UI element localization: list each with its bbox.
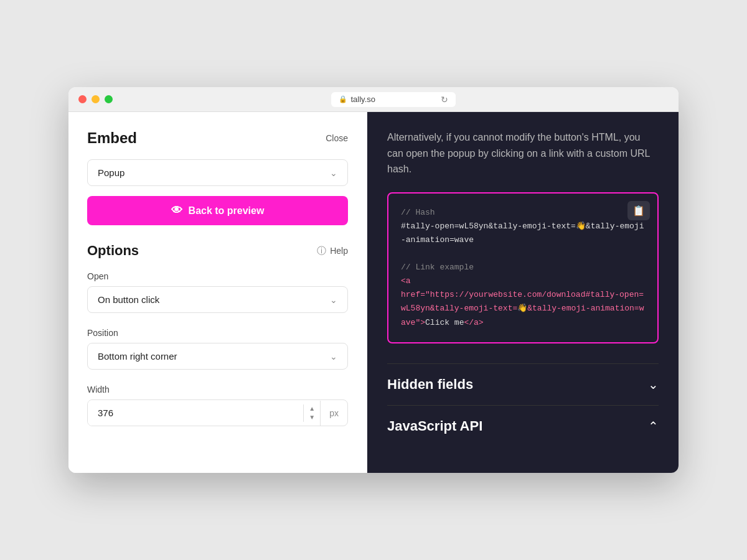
width-field-section: Width ▲ ▼ px <box>87 385 348 426</box>
help-label: Help <box>330 246 348 256</box>
url-text: tally.so <box>351 95 376 104</box>
position-dropdown-arrow-icon: ⌄ <box>330 352 337 362</box>
browser-titlebar: 🔒 tally.so ↻ <box>68 87 679 112</box>
copy-icon: 📋 <box>632 205 645 216</box>
eye-icon: 👁 <box>171 204 182 217</box>
close-button[interactable]: Close <box>326 133 348 143</box>
copy-button[interactable]: 📋 <box>627 201 650 220</box>
left-panel: Embed Close Popup ⌄ 👁 Back to preview Op… <box>68 112 367 473</box>
code-block: 📋 // Hash #tally-open=wL58yn&tally-emoji… <box>387 192 659 343</box>
code-hash-line: #tally-open=wL58yn&tally-emoji-text=👋&ta… <box>401 222 644 245</box>
back-to-preview-button[interactable]: 👁 Back to preview <box>87 196 348 225</box>
width-field-label: Width <box>87 385 348 394</box>
width-input-row: ▲ ▼ px <box>87 399 348 426</box>
position-field-label: Position <box>87 328 348 338</box>
javascript-api-chevron-icon: ⌃ <box>648 419 659 434</box>
width-unit: px <box>320 401 347 426</box>
hidden-fields-chevron-icon: ⌄ <box>648 377 659 392</box>
back-to-preview-label: Back to preview <box>189 205 265 217</box>
embed-type-value: Popup <box>98 167 125 178</box>
options-title: Options <box>87 243 139 259</box>
url-bar-container: 🔒 tally.so ↻ <box>118 92 669 107</box>
lock-icon: 🔒 <box>339 95 347 103</box>
code-tag-a: <a <box>401 276 411 286</box>
question-icon: ⓘ <box>317 245 326 257</box>
embed-type-dropdown[interactable]: Popup ⌄ <box>87 159 348 186</box>
open-dropdown[interactable]: On button click ⌄ <box>87 286 348 313</box>
code-content: // Hash #tally-open=wL58yn&tally-emoji-t… <box>401 206 645 330</box>
hidden-fields-title: Hidden fields <box>387 376 473 393</box>
browser-window: 🔒 tally.so ↻ Embed Close Popup ⌄ 👁 Back … <box>68 87 679 473</box>
javascript-api-title: JavaScript API <box>387 418 482 434</box>
code-comment-link: // Link example <box>401 263 474 272</box>
javascript-api-section[interactable]: JavaScript API ⌃ <box>387 405 659 447</box>
code-tag-close: > <box>420 318 425 327</box>
hidden-fields-section[interactable]: Hidden fields ⌄ <box>387 363 659 405</box>
url-bar[interactable]: 🔒 tally.so ↻ <box>331 92 456 107</box>
code-link-text: Click me <box>425 318 464 327</box>
embed-type-arrow-icon: ⌄ <box>330 168 337 178</box>
open-dropdown-arrow-icon: ⌄ <box>330 295 337 305</box>
code-comment-hash: // Hash <box>401 208 435 217</box>
stepper-up-icon[interactable]: ▲ <box>309 404 315 413</box>
stepper-down-icon[interactable]: ▼ <box>309 413 315 422</box>
open-value: On button click <box>98 294 159 305</box>
width-stepper[interactable]: ▲ ▼ <box>303 404 320 422</box>
open-field-section: Open On button click ⌄ <box>87 271 348 313</box>
width-input[interactable] <box>88 400 303 426</box>
embed-title: Embed <box>87 129 137 147</box>
help-button[interactable]: ⓘ Help <box>317 245 348 257</box>
browser-content: Embed Close Popup ⌄ 👁 Back to preview Op… <box>68 112 679 473</box>
position-field-section: Position Bottom right corner ⌄ <box>87 328 348 370</box>
right-panel: Alternatively, if you cannot modify the … <box>367 112 679 473</box>
intro-text: Alternatively, if you cannot modify the … <box>387 129 659 177</box>
options-header: Options ⓘ Help <box>87 243 348 259</box>
position-dropdown[interactable]: Bottom right corner ⌄ <box>87 343 348 370</box>
open-field-label: Open <box>87 271 348 281</box>
traffic-light-yellow[interactable] <box>92 95 100 103</box>
code-tag-end: </a> <box>464 318 483 327</box>
refresh-icon[interactable]: ↻ <box>441 95 448 105</box>
traffic-light-green[interactable] <box>105 95 113 103</box>
panel-header: Embed Close <box>87 129 348 147</box>
traffic-light-red[interactable] <box>78 95 87 103</box>
position-value: Bottom right corner <box>98 351 177 362</box>
